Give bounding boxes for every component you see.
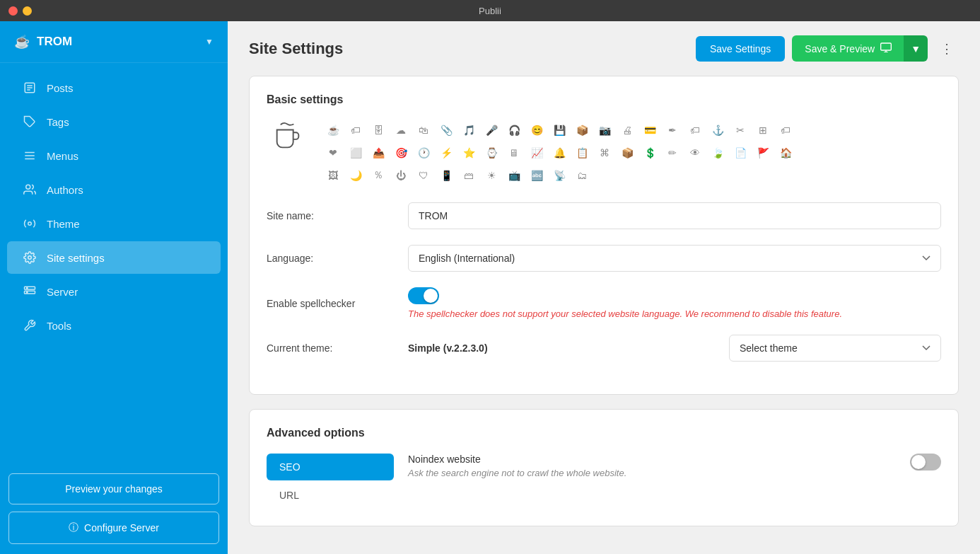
save-preview-button[interactable]: Save & Preview xyxy=(792,35,904,62)
icon-cell[interactable]: 🎵 xyxy=(459,120,479,140)
tags-icon xyxy=(23,115,37,129)
icon-cell[interactable]: ⏻ xyxy=(391,166,411,185)
configure-server-button[interactable]: ⓘ Configure Server xyxy=(8,512,219,544)
icon-cell[interactable]: ⊞ xyxy=(753,120,773,140)
advanced-options-layout: SEO URL Noindex website Ask the search e… xyxy=(267,454,941,509)
sidebar-item-tags[interactable]: Tags xyxy=(7,105,221,138)
tab-url[interactable]: URL xyxy=(267,482,394,509)
icon-cell[interactable]: 📦 xyxy=(617,143,637,163)
site-main-icon[interactable] xyxy=(267,120,309,153)
icon-cell[interactable]: 🌙 xyxy=(346,166,366,185)
site-name-label: TROM xyxy=(37,35,198,49)
icon-cell[interactable]: 📋 xyxy=(572,143,592,163)
icon-cell[interactable]: 🔤 xyxy=(527,166,547,185)
sidebar-item-menus[interactable]: Menus xyxy=(7,139,221,172)
app-title: Publii xyxy=(479,6,501,16)
sidebar-item-authors[interactable]: Authors xyxy=(7,173,221,206)
sidebar-header[interactable]: ☕ TROM ▼ xyxy=(0,21,228,63)
noindex-toggle[interactable] xyxy=(910,454,941,471)
topbar-actions: Save Settings Save & Preview ▼ ⋮ xyxy=(696,35,959,62)
icon-cell[interactable]: ☕ xyxy=(323,120,343,140)
titlebar: Publii xyxy=(0,0,980,21)
site-name-input[interactable] xyxy=(408,202,941,229)
tools-icon xyxy=(23,318,37,333)
sidebar-footer: Preview your changes ⓘ Configure Server xyxy=(0,463,228,554)
icon-cell[interactable]: 🗂 xyxy=(572,166,592,185)
icon-cell[interactable]: 📤 xyxy=(368,143,388,163)
sidebar-item-site-settings[interactable]: Site settings xyxy=(7,241,221,274)
more-options-button[interactable]: ⋮ xyxy=(935,38,959,59)
icon-picker-grid: ☕ 🏷 🗄 ☁ 🛍 📎 🎵 🎤 🎧 😊 💾 📦 📷 🖨 xyxy=(323,120,795,185)
sidebar-item-label-tags: Tags xyxy=(47,116,69,128)
icon-cell[interactable]: ☁ xyxy=(391,120,411,140)
icon-cell[interactable]: 🗄 xyxy=(368,120,388,140)
icon-cell[interactable]: 📱 xyxy=(436,166,456,185)
icon-cell[interactable]: ⭐ xyxy=(459,143,479,163)
language-select[interactable]: English (International) Spanish French G… xyxy=(408,245,941,272)
icon-cell[interactable]: 🛡 xyxy=(414,166,433,185)
icon-cell[interactable]: ⚡ xyxy=(436,143,456,163)
theme-select[interactable]: Select theme xyxy=(729,335,941,362)
content-area: Basic settings ☕ 🏷 🗄 ☁ xyxy=(228,76,980,554)
tab-seo[interactable]: SEO xyxy=(267,454,394,480)
icon-cell[interactable]: 🍃 xyxy=(708,143,728,163)
icon-cell[interactable]: 🚩 xyxy=(753,143,773,163)
icon-cell[interactable]: 🏷 xyxy=(685,120,705,140)
icon-cell[interactable]: 🎯 xyxy=(391,143,411,163)
save-preview-dropdown-button[interactable]: ▼ xyxy=(904,35,928,62)
noindex-toggle-knob xyxy=(911,455,926,469)
spellchecker-toggle[interactable] xyxy=(408,287,439,304)
icon-cell[interactable]: 📄 xyxy=(730,143,750,163)
icon-cell[interactable]: 🖼 xyxy=(323,166,343,185)
icon-cell[interactable]: 💲 xyxy=(640,143,660,163)
icon-cell[interactable]: 🛍 xyxy=(414,120,433,140)
icon-cell[interactable]: 🖨 xyxy=(617,120,637,140)
icon-cell[interactable]: 💳 xyxy=(640,120,660,140)
close-button[interactable] xyxy=(8,6,18,16)
icon-cell[interactable]: 📷 xyxy=(595,120,614,140)
icon-cell[interactable]: 🕐 xyxy=(414,143,433,163)
noindex-label: Noindex website xyxy=(408,454,899,465)
icon-cell[interactable]: ✒ xyxy=(663,120,682,140)
icon-cell[interactable]: ⌚ xyxy=(482,143,501,163)
icon-cell[interactable]: ✏ xyxy=(663,143,682,163)
sidebar-item-label-posts: Posts xyxy=(47,82,74,94)
icon-cell[interactable]: 📦 xyxy=(572,120,592,140)
icon-cell[interactable]: 📎 xyxy=(436,120,456,140)
icon-cell[interactable]: 😊 xyxy=(527,120,547,140)
icon-cell[interactable]: 👁 xyxy=(685,143,705,163)
icon-cell[interactable]: 🏷 xyxy=(346,120,366,140)
icon-cell[interactable]: 📈 xyxy=(527,143,547,163)
icon-cell[interactable]: 🎤 xyxy=(482,120,501,140)
menus-icon xyxy=(23,149,37,163)
icon-cell[interactable]: 📺 xyxy=(504,166,524,185)
spellchecker-toggle-main xyxy=(408,287,941,304)
spellchecker-warning: The spellchecker does not support your s… xyxy=(408,308,941,319)
icon-cell[interactable]: 🎧 xyxy=(504,120,524,140)
icon-cell[interactable]: 🏠 xyxy=(776,143,795,163)
sidebar-item-label-site-settings: Site settings xyxy=(47,252,105,264)
icon-cell[interactable]: ％ xyxy=(368,166,388,185)
icon-cell[interactable]: 💾 xyxy=(549,120,569,140)
icon-cell[interactable]: ⌘ xyxy=(595,143,614,163)
icon-cell[interactable]: ⚓ xyxy=(708,120,728,140)
window-controls xyxy=(8,6,32,16)
icon-cell[interactable]: 🔔 xyxy=(549,143,569,163)
minimize-button[interactable] xyxy=(23,6,32,16)
sidebar-item-tools[interactable]: Tools xyxy=(7,309,221,342)
icon-cell[interactable]: ✂ xyxy=(730,120,750,140)
main-content: Site Settings Save Settings Save & Previ… xyxy=(228,21,980,554)
icon-cell[interactable]: ☀ xyxy=(482,166,501,185)
save-settings-button[interactable]: Save Settings xyxy=(696,36,785,62)
preview-changes-button[interactable]: Preview your changes xyxy=(8,473,219,504)
sidebar-item-theme[interactable]: Theme xyxy=(7,207,221,240)
icon-cell[interactable]: 📡 xyxy=(549,166,569,185)
icon-cell[interactable]: 🏷 xyxy=(776,120,795,140)
icon-cell[interactable]: ⬜ xyxy=(346,143,366,163)
icon-cell[interactable]: 🖥 xyxy=(504,143,524,163)
language-label: Language: xyxy=(267,253,408,264)
icon-cell[interactable]: 🗃 xyxy=(459,166,479,185)
sidebar-item-server[interactable]: Server xyxy=(7,275,221,308)
icon-cell[interactable]: ❤ xyxy=(323,143,343,163)
sidebar-item-posts[interactable]: Posts xyxy=(7,71,221,104)
